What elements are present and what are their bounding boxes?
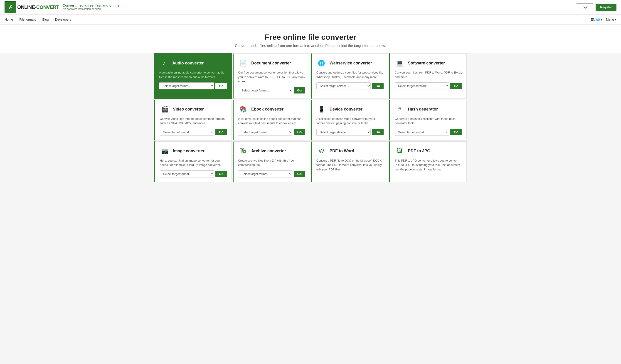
card-actions-hash: Select target format... Go (395, 129, 462, 136)
go-button-audio[interactable]: Go (215, 83, 227, 89)
go-button-device[interactable]: Go (372, 129, 384, 135)
card-actions-archive: Select target format... Go (238, 171, 305, 177)
format-select-audio[interactable]: Select target format... (159, 82, 214, 89)
logo-icon: ✗ (4, 1, 16, 13)
card-header-webservice: 🌐 Webservice converter (316, 58, 384, 68)
format-select-software[interactable]: Select target software... (395, 82, 449, 89)
card-desc-audio: A versatile online audio converter to co… (159, 70, 227, 79)
card-title-ebook: Ebook converter (251, 107, 283, 112)
converter-card-pdf-jpg: 🖼 PDF to JPG This PDF to JPG converter a… (389, 141, 467, 182)
card-header-document: 📄 Document converter (238, 58, 305, 68)
card-title-document: Document converter (251, 61, 291, 66)
converter-card-video: 🎬 Video converter Convert video files in… (154, 100, 232, 140)
header: ✗ ONLINE-CONVERT Convert media free, fas… (0, 0, 621, 15)
card-desc-hash: Generate a hash or checksum with these h… (395, 117, 462, 125)
header-right: Login Register (576, 3, 617, 11)
tagline-sub: No software installation needed. (63, 7, 120, 11)
nav-home[interactable]: Home (4, 15, 13, 24)
format-select-video[interactable]: Select target format... (160, 129, 214, 136)
card-actions-document: Select target format... Go (238, 87, 305, 94)
hero-section: Free online file converter Convert media… (0, 24, 621, 53)
card-title-archive: Archive converter (251, 149, 286, 153)
header-left: ✗ ONLINE-CONVERT Convert media free, fas… (4, 1, 120, 13)
card-desc-ebook: A list of versatile online ebook convert… (238, 117, 305, 125)
card-header-audio: ♪ Audio converter (159, 58, 227, 68)
card-actions-device: Select target device... Go (316, 129, 384, 136)
card-desc-archive: Create archive files like a ZIP with thi… (238, 158, 305, 167)
card-actions-video: Select target format... Go (160, 129, 227, 136)
card-desc-software: Convert your files from PDF to Word, PDF… (395, 70, 462, 79)
go-button-ebook[interactable]: Go (294, 129, 305, 135)
logo[interactable]: ✗ ONLINE-CONVERT (4, 1, 59, 13)
card-header-device: 📱 Device converter (316, 104, 384, 114)
card-actions-webservice: Select target service... Go (316, 82, 384, 89)
card-title-hash: Hash generator (408, 107, 438, 112)
card-title-pdf-jpg: PDF to JPG (408, 149, 430, 153)
card-icon-device: 📱 (316, 104, 326, 114)
navigation: Home File formats Blog Developers EN 🌐 ▾… (0, 15, 621, 24)
converters-grid: ♪ Audio converter A versatile online aud… (152, 53, 469, 187)
card-icon-pdf-jpg: 🖼 (395, 146, 405, 156)
card-title-webservice: Webservice converter (329, 61, 372, 66)
go-button-hash[interactable]: Go (450, 129, 462, 135)
register-button[interactable]: Register (596, 4, 617, 11)
card-title-video: Video converter (173, 107, 204, 112)
card-title-image: Image converter (173, 149, 205, 153)
card-title-pdf-word: PDF to Word (329, 149, 354, 153)
nav-developers[interactable]: Developers (55, 15, 71, 24)
go-button-webservice[interactable]: Go (372, 83, 384, 89)
card-desc-document: Our free document converter selection th… (238, 70, 305, 84)
format-select-hash[interactable]: Select target format... (395, 129, 449, 136)
card-icon-pdf-word: W (316, 146, 326, 156)
converter-card-image: 📷 Image converter Here, you can find an … (154, 141, 232, 182)
card-icon-ebook: 📚 (238, 104, 248, 114)
converter-card-pdf-word: W PDF to Word Convert a PDF file to DOC … (311, 141, 388, 182)
format-select-document[interactable]: Select target format... (238, 87, 292, 94)
nav-links: Home File formats Blog Developers (4, 15, 71, 24)
converter-card-webservice: 🌐 Webservice converter Convert and optim… (311, 53, 388, 99)
card-header-hash: # Hash generator (395, 104, 462, 114)
card-desc-webservice: Convert and optimize your files for webs… (316, 70, 384, 79)
format-select-device[interactable]: Select target device... (316, 129, 371, 136)
go-button-document[interactable]: Go (294, 87, 305, 93)
page-subtitle: Convert media files online from one form… (4, 44, 617, 48)
card-icon-video: 🎬 (160, 104, 170, 114)
card-icon-hash: # (395, 104, 405, 114)
nav-file-formats[interactable]: File formats (19, 15, 36, 24)
nav-right: EN 🌐 ▾ Menu ▾ (591, 18, 617, 21)
language-selector[interactable]: EN 🌐 ▾ (591, 18, 602, 21)
card-icon-document: 📄 (238, 58, 248, 68)
nav-blog[interactable]: Blog (42, 15, 49, 24)
format-select-webservice[interactable]: Select target service... (316, 82, 371, 89)
card-title-audio: Audio converter (172, 61, 204, 66)
card-icon-archive: 🗜 (238, 146, 248, 156)
card-actions-image: Select target format... Go (160, 171, 227, 177)
converter-card-ebook: 📚 Ebook converter A list of versatile on… (233, 100, 310, 140)
card-desc-pdf-word: Convert a PDF file to DOC or the Microso… (316, 158, 384, 172)
format-select-ebook[interactable]: Select target format... (238, 129, 292, 136)
login-button[interactable]: Login (576, 3, 593, 11)
card-header-archive: 🗜 Archive converter (238, 146, 305, 156)
format-select-image[interactable]: Select target format... (160, 171, 214, 177)
tagline-main: Convert media free, fast and online. (63, 3, 120, 8)
card-header-software: 💻 Software converter (395, 58, 462, 68)
card-header-pdf-word: W PDF to Word (316, 146, 384, 156)
card-actions-ebook: Select target format... Go (238, 129, 305, 136)
card-icon-audio: ♪ (159, 58, 169, 68)
header-tagline: Convert media free, fast and online. No … (63, 3, 120, 11)
card-header-pdf-jpg: 🖼 PDF to JPG (395, 146, 462, 156)
card-desc-device: A collection of online video converter f… (316, 117, 384, 125)
go-button-archive[interactable]: Go (294, 171, 305, 177)
format-select-archive[interactable]: Select target format... (238, 171, 292, 177)
go-button-software[interactable]: Go (450, 83, 462, 89)
card-icon-webservice: 🌐 (316, 58, 326, 68)
go-button-video[interactable]: Go (215, 129, 227, 135)
converter-card-document: 📄 Document converter Our free document c… (233, 53, 310, 99)
card-header-image: 📷 Image converter (160, 146, 227, 156)
menu-button[interactable]: Menu ▾ (606, 18, 617, 21)
card-actions-software: Select target software... Go (395, 82, 462, 89)
converter-card-audio: ♪ Audio converter A versatile online aud… (154, 53, 232, 99)
converter-card-device: 📱 Device converter A collection of onlin… (311, 100, 388, 140)
converter-card-archive: 🗜 Archive converter Create archive files… (233, 141, 310, 182)
go-button-image[interactable]: Go (215, 171, 227, 177)
